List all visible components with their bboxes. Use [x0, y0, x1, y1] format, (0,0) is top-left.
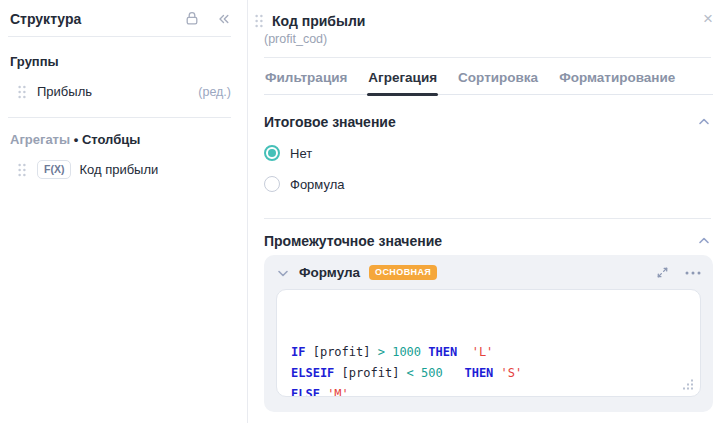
tab-sorting[interactable]: Сортировка — [457, 66, 539, 94]
radio-option-label: Нет — [290, 146, 312, 161]
aggregates-section-title: Агрегаты • Столбцы — [10, 132, 231, 147]
settings-tabs: Фильтрация Агрегация Сортировка Форматир… — [264, 66, 713, 95]
formula-code-editor[interactable]: IF [profit] > 1000 THEN 'L'ELSEIF [profi… — [276, 289, 701, 397]
chevron-up-icon[interactable] — [697, 115, 711, 129]
aggregate-item-label: Код прибыли — [79, 162, 158, 177]
radio-option-label: Формула — [290, 177, 344, 192]
group-item-label: Прибыль — [37, 84, 92, 99]
resize-grip-icon[interactable] — [683, 379, 694, 390]
total-value-title: Итоговое значение — [264, 114, 396, 130]
tab-filtering[interactable]: Фильтрация — [264, 66, 348, 94]
chevron-up-icon[interactable] — [697, 234, 711, 248]
intermediate-value-title: Промежуточное значение — [264, 233, 442, 249]
panel-subtitle: (profit_cod) — [264, 32, 727, 46]
intermediate-value-section-header: Промежуточное значение — [264, 233, 711, 249]
more-options-icon[interactable] — [685, 271, 701, 275]
formula-card-actions — [655, 265, 701, 280]
formula-card-title: Формула — [299, 265, 360, 280]
aggregate-item-profit-code[interactable]: F(X) Код прибыли — [18, 160, 231, 179]
tab-aggregation[interactable]: Агрегация — [367, 66, 438, 94]
code-line: ELSEIF [profit] < 500 THEN 'S' — [291, 363, 686, 384]
primary-badge: ОСНОВНАЯ — [369, 265, 437, 280]
radio-option-none[interactable]: Нет — [264, 145, 711, 161]
close-icon[interactable]: × — [701, 8, 715, 29]
groups-section-title: Группы — [10, 54, 231, 69]
sidebar-title: Структура — [10, 11, 81, 27]
formula-card-header: Формула ОСНОВНАЯ — [276, 265, 701, 280]
lock-icon[interactable] — [184, 10, 200, 27]
tab-formatting[interactable]: Форматирование — [558, 66, 676, 94]
panel-drag-handle-icon[interactable] — [255, 14, 263, 28]
structure-sidebar: Структура Группы Прибыль (ред.) Агрегаты… — [0, 0, 248, 423]
group-item-profit[interactable]: Прибыль (ред.) — [18, 84, 231, 99]
header-divider — [264, 57, 711, 58]
formula-card: Формула ОСНОВНАЯ IF [profit] > 1000 THEN… — [264, 255, 713, 412]
sidebar-header: Структура — [0, 0, 247, 36]
total-value-section-header: Итоговое значение — [264, 114, 711, 130]
radio-option-formula[interactable]: Формула — [264, 176, 711, 192]
panel-header: Код прибыли — [248, 0, 727, 29]
formula-code: IF [profit] > 1000 THEN 'L'ELSEIF [profi… — [291, 342, 686, 397]
formula-fx-badge: F(X) — [37, 160, 71, 179]
sidebar-header-actions — [184, 10, 231, 27]
radio-selected-icon[interactable] — [264, 145, 280, 161]
drag-handle-icon[interactable] — [18, 163, 26, 177]
aggregates-label[interactable]: Агрегаты — [10, 132, 70, 147]
panel-title: Код прибыли — [272, 13, 365, 29]
code-line: ELSE 'M' — [291, 384, 686, 397]
expand-icon[interactable] — [655, 265, 670, 280]
code-line: IF [profit] > 1000 THEN 'L' — [291, 342, 686, 363]
chevron-down-icon[interactable] — [276, 266, 290, 280]
sidebar-divider-middle — [8, 117, 231, 118]
app-window: Структура Группы Прибыль (ред.) Агрегаты… — [0, 0, 727, 423]
columns-label: Столбцы — [82, 132, 140, 147]
section-title-dot: • — [74, 132, 79, 147]
radio-unselected-icon[interactable] — [264, 176, 280, 192]
section-divider — [264, 218, 711, 219]
drag-handle-icon[interactable] — [18, 85, 26, 99]
group-edit-link[interactable]: (ред.) — [198, 85, 231, 99]
field-settings-panel: Код прибыли (profit_cod) × Фильтрация Аг… — [248, 0, 727, 423]
collapse-sidebar-icon[interactable] — [215, 11, 231, 27]
sidebar-divider-top — [8, 36, 231, 37]
